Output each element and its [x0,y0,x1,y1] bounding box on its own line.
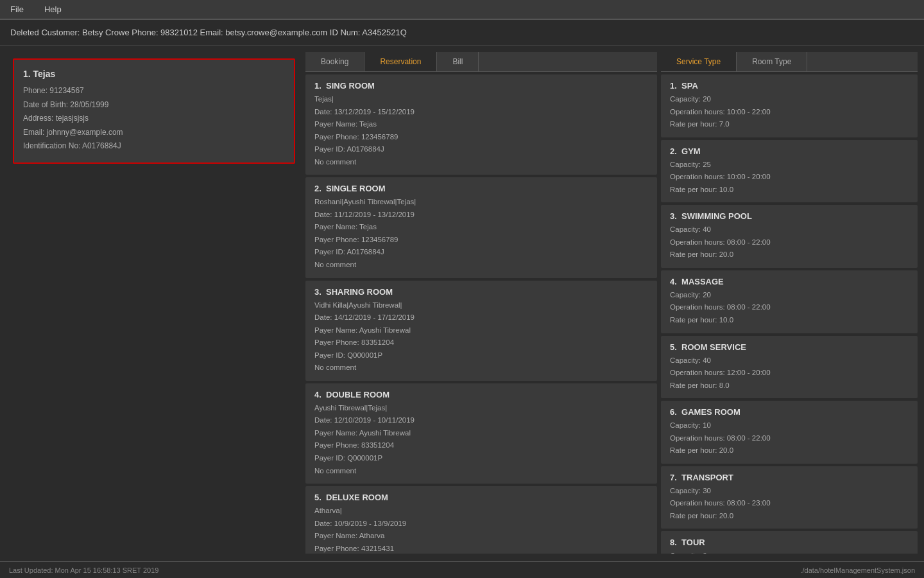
service-detail: Capacity: 25 Operation hours: 10:00 - 20… [670,159,909,197]
reservation-item: 5. DELUXE ROOM Atharva| Date: 10/9/2019 … [305,486,657,554]
reservation-date: Date: 11/12/2019 - 13/12/2019 [314,209,648,222]
service-list[interactable]: 1. SPA Capacity: 20 Operation hours: 10:… [661,72,918,554]
reservation-guests: Vidhi Killa|Ayushi Tibrewal| [314,299,648,312]
reservation-guests: Roshani|Ayushi Tibrewal|Tejas| [314,196,648,209]
service-hours: Operation hours: 08:00 - 22:00 [670,432,909,445]
service-rate: Rate per hour: 10.0 [670,314,909,327]
deleted-customer-banner: Deleted Customer: Betsy Crowe Phone: 983… [0,20,924,46]
reservation-item: 2. SINGLE ROOM Roshani|Ayushi Tibrewal|T… [305,177,657,277]
reservation-guests: Ayushi Tibrewal|Tejas| [314,402,648,415]
reservation-comment: No comment [314,465,648,478]
service-detail: Capacity: 20 Operation hours: 08:00 - 22… [670,289,909,327]
reservation-title: 2. SINGLE ROOM [314,184,648,193]
service-capacity: Capacity: 30 [670,485,909,498]
reservation-payer-phone: Payer Phone: 123456789 [314,131,648,144]
reservation-guests: Tejas| [314,93,648,106]
service-rate: Rate per hour: 7.0 [670,118,909,131]
service-rate: Rate per hour: 20.0 [670,249,909,261]
reservations-list[interactable]: 1. SING ROOM Tejas| Date: 13/12/2019 - 1… [305,72,657,554]
service-item: 6. GAMES ROOM Capacity: 10 Operation hou… [661,401,918,464]
service-title: 4. MASSAGE [670,277,909,286]
reservation-payer-phone: Payer Phone: 83351204 [314,439,648,452]
customer-dob: Date of Birth: 28/05/1999 [23,98,285,112]
customer-phone: Phone: 91234567 [23,84,285,98]
reservation-payer-name: Payer Name: Ayushi Tibrewal [314,324,648,337]
reservation-payer-phone: Payer Phone: 83351204 [314,337,648,349]
tab-service-type[interactable]: Service Type [661,52,737,71]
reservation-guests: Atharva| [314,505,648,518]
reservation-title: 4. DOUBLE ROOM [314,390,648,399]
service-detail: Capacity: 40 Operation hours: 12:00 - 20… [670,355,909,392]
booking-panel: Booking Reservation Bill 1. SING ROOM Te… [305,52,657,554]
reservation-payer-id: Payer ID: A0176884J [314,246,648,259]
service-capacity: Capacity: 20 [670,93,909,106]
service-capacity: Capacity: 8 [670,550,909,554]
reservation-item: 1. SING ROOM Tejas| Date: 13/12/2019 - 1… [305,74,657,175]
tab-room-type[interactable]: Room Type [737,52,807,71]
reservation-payer-id: Payer ID: A0176884J [314,143,648,156]
reservation-detail: Ayushi Tibrewal|Tejas| Date: 12/10/2019 … [314,402,648,477]
tab-booking[interactable]: Booking [305,52,364,71]
service-detail: Capacity: 20 Operation hours: 10:00 - 22… [670,93,909,131]
reservation-detail: Tejas| Date: 13/12/2019 - 15/12/2019 Pay… [314,93,648,168]
reservation-detail: Vidhi Killa|Ayushi Tibrewal| Date: 14/12… [314,299,648,374]
service-detail: Capacity: 40 Operation hours: 08:00 - 22… [670,223,909,261]
reservation-payer-name: Payer Name: Ayushi Tibrewal [314,427,648,440]
service-title: 6. GAMES ROOM [670,407,909,417]
main-content: 1. Tejas Phone: 91234567 Date of Birth: … [0,46,924,560]
reservation-payer-phone: Payer Phone: 43215431 [314,543,648,554]
service-hours: Operation hours: 12:00 - 20:00 [670,367,909,380]
menu-file[interactable]: File [6,3,28,15]
status-bar: Last Updated: Mon Apr 15 16:58:13 SRET 2… [0,561,924,578]
service-detail: Capacity: 10 Operation hours: 08:00 - 22… [670,419,909,457]
service-rate: Rate per hour: 10.0 [670,184,909,197]
reservation-date: Date: 13/12/2019 - 15/12/2019 [314,106,648,119]
service-detail: Capacity: 8 Operation hours: 10:00 - 20:… [670,550,909,554]
service-rate: Rate per hour: 8.0 [670,380,909,392]
service-capacity: Capacity: 20 [670,289,909,302]
service-hours: Operation hours: 10:00 - 22:00 [670,106,909,119]
service-panel: Service Type Room Type 1. SPA Capacity: … [661,52,918,554]
customer-details: Phone: 91234567 Date of Birth: 28/05/199… [23,84,285,153]
reservation-comment: No comment [314,156,648,169]
service-hours: Operation hours: 10:00 - 20:00 [670,171,909,184]
service-capacity: Capacity: 10 [670,419,909,432]
reservation-item: 4. DOUBLE ROOM Ayushi Tibrewal|Tejas| Da… [305,383,657,484]
reservation-item: 3. SHARING ROOM Vidhi Killa|Ayushi Tibre… [305,281,657,381]
reservation-title: 3. SHARING ROOM [314,287,648,297]
menu-bar: File Help [0,0,924,19]
service-capacity: Capacity: 40 [670,355,909,367]
file-path: ./data/hotelManagementSystem.json [800,566,915,574]
service-hours: Operation hours: 08:00 - 22:00 [670,301,909,314]
customer-address: Address: tejasjsjsjs [23,112,285,126]
customer-email: Email: johnny@example.com [23,126,285,140]
reservation-payer-name: Payer Name: Tejas [314,118,648,131]
service-capacity: Capacity: 25 [670,159,909,171]
reservation-detail: Roshani|Ayushi Tibrewal|Tejas| Date: 11/… [314,196,648,271]
deleted-customer-text: Deleted Customer: Betsy Crowe Phone: 983… [10,28,407,37]
reservation-payer-phone: Payer Phone: 123456789 [314,234,648,247]
service-detail: Capacity: 30 Operation hours: 08:00 - 23… [670,485,909,523]
last-updated: Last Updated: Mon Apr 15 16:58:13 SRET 2… [9,566,158,574]
customer-name: 1. Tejas [23,69,285,79]
tab-reservation[interactable]: Reservation [364,52,437,71]
reservation-date: Date: 14/12/2019 - 17/12/2019 [314,311,648,324]
reservation-payer-id: Payer ID: Q000001P [314,349,648,362]
reservation-date: Date: 12/10/2019 - 10/11/2019 [314,414,648,427]
reservation-date: Date: 10/9/2019 - 13/9/2019 [314,518,648,530]
menu-help[interactable]: Help [40,3,65,15]
reservation-comment: No comment [314,259,648,272]
service-rate: Rate per hour: 20.0 [670,510,909,523]
reservation-title: 1. SING ROOM [314,81,648,91]
service-item: 8. TOUR Capacity: 8 Operation hours: 10:… [661,531,918,554]
service-item: 5. ROOM SERVICE Capacity: 40 Operation h… [661,336,918,399]
service-item: 3. SWIMMING POOL Capacity: 40 Operation … [661,205,918,268]
reservation-detail: Atharva| Date: 10/9/2019 - 13/9/2019 Pay… [314,505,648,554]
service-tab-bar: Service Type Room Type [661,52,918,72]
tab-bill[interactable]: Bill [437,52,479,71]
service-hours: Operation hours: 08:00 - 23:00 [670,497,909,510]
customer-panel: 1. Tejas Phone: 91234567 Date of Birth: … [6,52,302,554]
service-title: 2. GYM [670,146,909,156]
reservation-payer-id: Payer ID: Q000001P [314,452,648,465]
customer-id: Identification No: A0176884J [23,139,285,153]
